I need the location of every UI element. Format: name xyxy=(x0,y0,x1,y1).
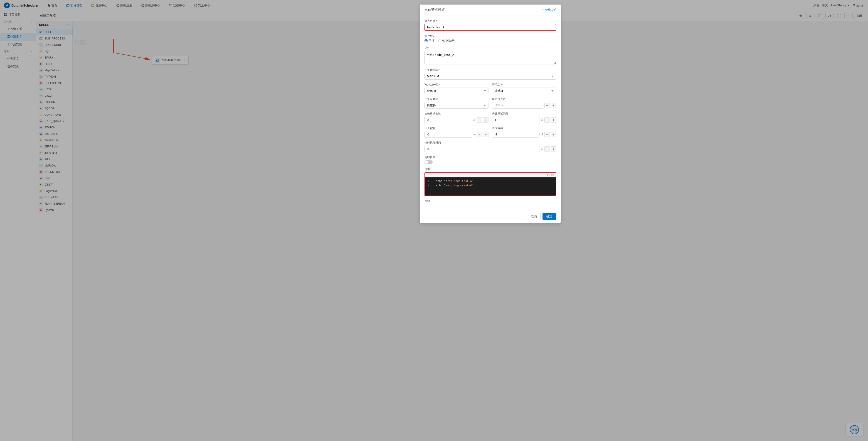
form-label-worker-group: Worker分组 * xyxy=(425,83,489,87)
script-line-1: 1 echo "from_Node_test_A" xyxy=(428,179,553,183)
max-memory-input-group: MB − + xyxy=(492,131,556,138)
worker-group-select[interactable]: default xyxy=(425,88,489,94)
timeout-minus[interactable]: − xyxy=(544,146,550,152)
modal-title: 当前节点设置 xyxy=(425,8,445,12)
svg-point-24 xyxy=(543,10,543,11)
max-memory-minus[interactable]: − xyxy=(544,132,550,137)
form-label-task-group-name: 任务组名称 xyxy=(425,97,489,101)
run-flag-forbidden[interactable]: 禁止执行 xyxy=(438,39,454,43)
fail-retry-times-input-group: 次 − + xyxy=(425,116,489,123)
cpu-quota-plus[interactable]: + xyxy=(483,132,489,137)
script-copy-icon[interactable] xyxy=(551,174,554,176)
form-item-task-group-priority: 组内优先级 − + xyxy=(492,97,556,109)
run-flag-radio-group: 正常 禁止执行 xyxy=(425,39,556,43)
task-group-priority-input[interactable] xyxy=(492,102,544,109)
confirm-button[interactable]: 确定 xyxy=(542,213,556,220)
form-row-fail-retry: 失败重试次数 次 − + 失败重试间隔 分 xyxy=(425,112,556,123)
modal-footer: 取消 确定 xyxy=(420,210,561,223)
timeout-input-group: 分 − + xyxy=(425,146,556,152)
form-item-max-memory: 最大内存 MB − + xyxy=(492,126,556,138)
form-row-worker-env: Worker分组 * default 环境名称 请选择 xyxy=(425,83,556,94)
form-item-description: 描述 节点:Node_test_A xyxy=(425,46,556,65)
timeout-plus[interactable]: + xyxy=(551,146,556,152)
task-group-name-select[interactable]: 请选择 xyxy=(425,102,489,109)
form-item-resources: 资源 xyxy=(425,199,556,203)
form-label-script: 脚本 * xyxy=(425,167,556,171)
modal-help-link[interactable]: 使用说明 xyxy=(541,8,556,12)
fail-retry-interval-input[interactable] xyxy=(492,116,540,123)
form-item-worker-group: Worker分组 * default xyxy=(425,83,489,94)
node-name-input[interactable] xyxy=(425,24,556,31)
fail-retry-times-input[interactable] xyxy=(425,116,472,123)
cpu-quota-input-group: % − + xyxy=(425,131,489,138)
run-flag-normal[interactable]: 正常 xyxy=(425,39,434,43)
cancel-button[interactable]: 取消 xyxy=(527,213,541,220)
form-item-script: 脚本 * 1 echo "from_Node_test_A" 2 xyxy=(425,167,556,196)
form-label-fail-retry-interval: 失败重试间隔 xyxy=(492,112,556,116)
script-line-2: 2 echo "wangting created" xyxy=(428,183,553,188)
task-group-priority-plus[interactable]: + xyxy=(551,103,556,108)
script-toolbar xyxy=(425,173,556,177)
task-priority-select[interactable]: MEDIUM LOW HIGH HIGHEST xyxy=(425,73,556,80)
form-item-node-name: 节点名称 * xyxy=(425,19,556,31)
script-content: 1 echo "from_Node_test_A" 2 echo "wangti… xyxy=(425,177,556,196)
form-label-task-group-priority: 组内优先级 xyxy=(492,97,556,101)
modal-overlay[interactable]: 当前节点设置 使用说明 节点名称 * 运行标志 xyxy=(0,0,868,441)
form-item-task-priority: 任务优先级 * MEDIUM LOW HIGH HIGHEST xyxy=(425,68,556,80)
cpu-quota-minus[interactable]: − xyxy=(477,132,482,137)
form-label-max-memory: 最大内存 xyxy=(492,126,556,130)
fail-retry-interval-plus[interactable]: + xyxy=(551,117,556,123)
form-row-taskgroup: 任务组名称 请选择 组内优先级 − + xyxy=(425,97,556,109)
modal-header: 当前节点设置 使用说明 xyxy=(420,4,561,15)
modal-body: 节点名称 * 运行标志 正常 禁止执行 xyxy=(420,15,561,210)
fail-retry-interval-input-group: 分 − + xyxy=(492,116,556,123)
fail-retry-times-plus[interactable]: + xyxy=(483,117,489,123)
timeout-input[interactable] xyxy=(425,146,540,152)
form-label-fail-retry-times: 失败重试次数 xyxy=(425,112,489,116)
radio-dot-forbidden xyxy=(438,39,441,42)
form-label-resources: 资源 xyxy=(425,199,556,203)
form-label-env-name: 环境名称 xyxy=(492,83,556,87)
max-memory-input[interactable] xyxy=(492,131,538,138)
task-group-priority-minus[interactable]: − xyxy=(544,103,550,108)
fail-retry-interval-minus[interactable]: − xyxy=(544,117,550,123)
form-item-task-group-name: 任务组名称 请选择 xyxy=(425,97,489,109)
description-input[interactable]: 节点:Node_test_A xyxy=(425,51,556,64)
help-icon xyxy=(541,9,544,11)
form-row-cpu-memory: CPU配额 % − + 最大内存 MB xyxy=(425,126,556,138)
script-expand-icon[interactable] xyxy=(547,174,550,176)
form-label-cpu-quota: CPU配额 xyxy=(425,126,489,130)
form-item-fail-retry-interval: 失败重试间隔 分 − + xyxy=(492,112,556,123)
form-label-node-name: 节点名称 * xyxy=(425,19,556,23)
radio-dot-normal xyxy=(425,39,428,42)
form-item-fail-retry-times: 失败重试次数 次 − + xyxy=(425,112,489,123)
form-label-timeout: 超时执行时间 xyxy=(425,141,556,145)
form-label-run-flag: 运行标志 xyxy=(425,34,556,38)
form-item-run-flag: 运行标志 正常 禁止执行 xyxy=(425,34,556,43)
form-item-timeout-alert: 超时告警 xyxy=(425,156,556,164)
required-indicator: * xyxy=(436,20,437,23)
timeout-alert-toggle[interactable] xyxy=(425,160,433,164)
script-editor[interactable]: 1 echo "from_Node_test_A" 2 echo "wangti… xyxy=(425,172,556,196)
cpu-quota-input[interactable] xyxy=(425,131,472,138)
node-settings-modal: 当前节点设置 使用说明 节点名称 * 运行标志 xyxy=(420,4,561,223)
form-label-timeout-alert: 超时告警 xyxy=(425,156,556,159)
form-item-timeout: 超时执行时间 分 − + xyxy=(425,141,556,152)
form-label-task-priority: 任务优先级 * xyxy=(425,68,556,72)
form-item-env-name: 环境名称 请选择 xyxy=(492,83,556,94)
fail-retry-times-minus[interactable]: − xyxy=(477,117,482,123)
max-memory-plus[interactable]: + xyxy=(551,132,556,137)
form-label-description: 描述 xyxy=(425,46,556,50)
env-name-select[interactable]: 请选择 xyxy=(492,88,556,94)
form-item-cpu-quota: CPU配额 % − + xyxy=(425,126,489,138)
